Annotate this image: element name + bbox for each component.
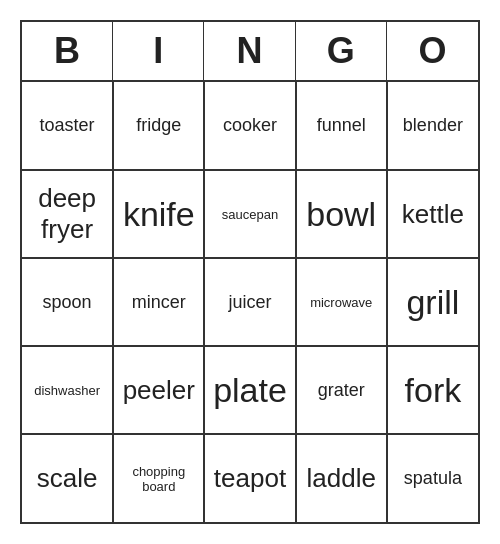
bingo-card: BINGO toasterfridgecookerfunnelblenderde… [20,20,480,524]
bingo-cell: knife [113,170,204,258]
header-letter: B [22,22,113,80]
bingo-cell: microwave [296,258,387,346]
bingo-cell: juicer [204,258,295,346]
bingo-cell: laddle [296,434,387,522]
bingo-cell: bowl [296,170,387,258]
bingo-cell: chopping board [113,434,204,522]
bingo-cell: kettle [387,170,478,258]
bingo-cell: spoon [22,258,113,346]
bingo-cell: spatula [387,434,478,522]
bingo-cell: plate [204,346,295,434]
bingo-cell: grill [387,258,478,346]
bingo-cell: deep fryer [22,170,113,258]
bingo-cell: peeler [113,346,204,434]
bingo-header: BINGO [22,22,478,82]
bingo-cell: fork [387,346,478,434]
header-letter: N [204,22,295,80]
bingo-cell: dishwasher [22,346,113,434]
bingo-cell: mincer [113,258,204,346]
bingo-grid: toasterfridgecookerfunnelblenderdeep fry… [22,82,478,522]
bingo-cell: fridge [113,82,204,170]
bingo-cell: blender [387,82,478,170]
bingo-cell: saucepan [204,170,295,258]
bingo-cell: grater [296,346,387,434]
bingo-cell: funnel [296,82,387,170]
bingo-cell: scale [22,434,113,522]
bingo-cell: toaster [22,82,113,170]
bingo-cell: teapot [204,434,295,522]
header-letter: I [113,22,204,80]
header-letter: G [296,22,387,80]
bingo-cell: cooker [204,82,295,170]
header-letter: O [387,22,478,80]
